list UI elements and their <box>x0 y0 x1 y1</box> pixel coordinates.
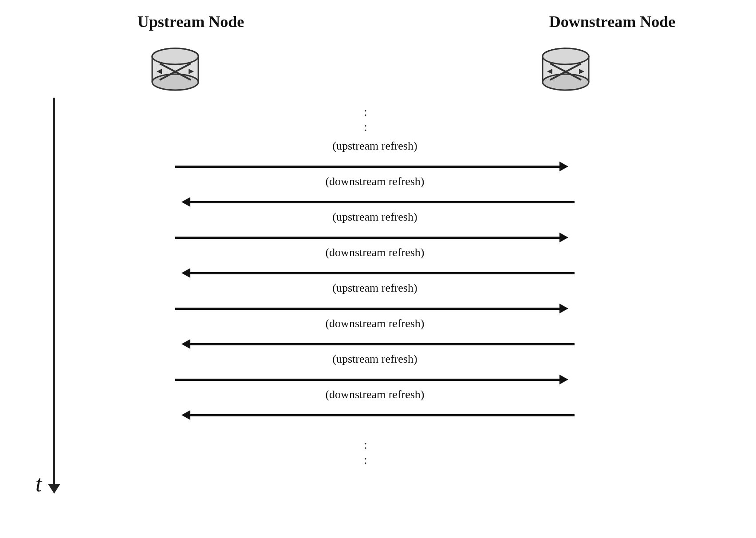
messages-container: (upstream refresh) (downstream refresh) … <box>175 138 575 422</box>
svg-point-4 <box>152 74 198 90</box>
message-label-1: (upstream refresh) <box>175 139 575 153</box>
diagram: Upstream Node Downstream Node <box>0 0 756 538</box>
arrow-right-5 <box>175 308 561 310</box>
downstream-node-label: Downstream Node <box>515 12 710 31</box>
time-label: t <box>35 471 42 497</box>
upstream-node-label: Upstream Node <box>129 12 253 31</box>
message-label-5: (upstream refresh) <box>175 281 575 295</box>
upstream-db-icon <box>149 47 202 91</box>
arrow-right-3 <box>175 237 561 239</box>
svg-point-5 <box>152 48 198 64</box>
svg-point-15 <box>543 48 589 64</box>
message-label-8: (downstream refresh) <box>175 388 575 401</box>
arrow-left-6 <box>189 343 575 345</box>
message-label-6: (downstream refresh) <box>175 317 575 330</box>
time-axis-line <box>53 98 55 488</box>
time-axis-arrow <box>48 484 60 494</box>
top-dots: :: <box>364 104 368 134</box>
bottom-dots: :: <box>364 437 368 467</box>
arrow-right-1 <box>175 166 561 168</box>
arrow-right-7 <box>175 379 561 381</box>
arrow-left-4 <box>189 272 575 274</box>
svg-point-14 <box>543 74 589 90</box>
message-row-3: (upstream refresh) <box>175 209 575 244</box>
message-row-8: (downstream refresh) <box>175 386 575 422</box>
arrow-left-8 <box>189 414 575 416</box>
message-row-7: (upstream refresh) <box>175 351 575 386</box>
message-label-4: (downstream refresh) <box>175 246 575 259</box>
arrow-left-2 <box>189 201 575 203</box>
message-label-2: (downstream refresh) <box>175 175 575 188</box>
message-row-5: (upstream refresh) <box>175 280 575 315</box>
message-row-4: (downstream refresh) <box>175 244 575 280</box>
message-label-3: (upstream refresh) <box>175 210 575 224</box>
message-row-6: (downstream refresh) <box>175 315 575 351</box>
message-row-2: (downstream refresh) <box>175 173 575 209</box>
message-row-1: (upstream refresh) <box>175 138 575 173</box>
message-label-7: (upstream refresh) <box>175 352 575 366</box>
downstream-db-icon <box>539 47 592 91</box>
